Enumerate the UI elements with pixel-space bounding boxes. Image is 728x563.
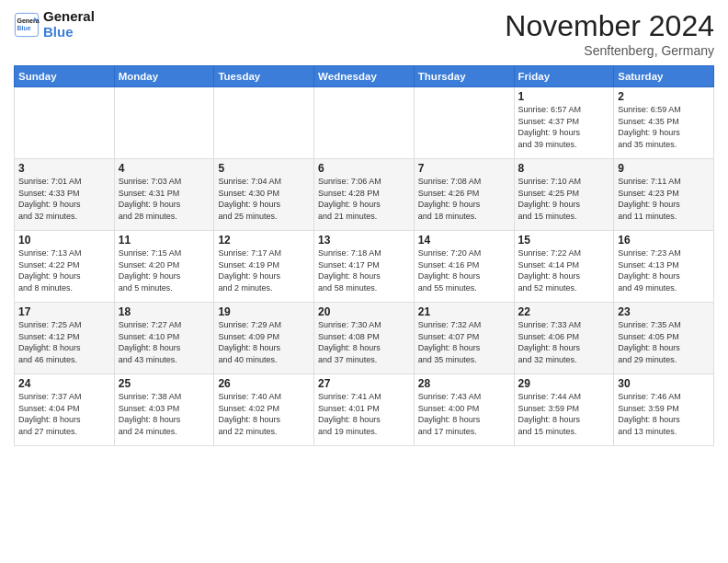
calendar-cell: 25Sunrise: 7:38 AM Sunset: 4:03 PM Dayli… — [114, 374, 214, 446]
day-info: Sunrise: 7:35 AM Sunset: 4:05 PM Dayligh… — [618, 319, 710, 365]
calendar-cell: 29Sunrise: 7:44 AM Sunset: 3:59 PM Dayli… — [514, 374, 614, 446]
calendar-cell: 30Sunrise: 7:46 AM Sunset: 3:59 PM Dayli… — [614, 374, 714, 446]
day-info: Sunrise: 7:13 AM Sunset: 4:22 PM Dayligh… — [18, 247, 110, 293]
calendar-cell: 18Sunrise: 7:27 AM Sunset: 4:10 PM Dayli… — [114, 303, 214, 374]
day-info: Sunrise: 7:15 AM Sunset: 4:20 PM Dayligh… — [119, 247, 210, 293]
day-number: 15 — [518, 234, 610, 247]
day-number: 5 — [218, 162, 310, 175]
day-info: Sunrise: 7:40 AM Sunset: 4:02 PM Dayligh… — [218, 391, 310, 437]
day-number: 21 — [418, 305, 510, 318]
day-info: Sunrise: 7:11 AM Sunset: 4:23 PM Dayligh… — [618, 176, 710, 222]
calendar-cell: 14Sunrise: 7:20 AM Sunset: 4:16 PM Dayli… — [414, 231, 514, 303]
day-number: 1 — [518, 90, 610, 103]
day-number: 17 — [18, 305, 110, 318]
calendar-week-row-3: 17Sunrise: 7:25 AM Sunset: 4:12 PM Dayli… — [15, 303, 714, 374]
day-number: 29 — [518, 377, 610, 390]
day-info: Sunrise: 7:32 AM Sunset: 4:07 PM Dayligh… — [418, 319, 510, 365]
col-sunday: Sunday — [15, 66, 115, 87]
col-monday: Monday — [114, 66, 214, 87]
day-info: Sunrise: 7:06 AM Sunset: 4:28 PM Dayligh… — [318, 176, 410, 222]
calendar-cell: 16Sunrise: 7:23 AM Sunset: 4:13 PM Dayli… — [614, 231, 714, 303]
day-number: 26 — [218, 377, 310, 390]
day-info: Sunrise: 6:57 AM Sunset: 4:37 PM Dayligh… — [518, 104, 610, 150]
logo-icon: General Blue — [14, 12, 40, 38]
day-number: 14 — [418, 234, 510, 247]
month-title: November 2024 — [505, 9, 714, 43]
day-info: Sunrise: 7:23 AM Sunset: 4:13 PM Dayligh… — [618, 247, 710, 293]
calendar-cell: 10Sunrise: 7:13 AM Sunset: 4:22 PM Dayli… — [15, 231, 115, 303]
calendar-cell: 22Sunrise: 7:33 AM Sunset: 4:06 PM Dayli… — [514, 303, 614, 374]
calendar-cell: 24Sunrise: 7:37 AM Sunset: 4:04 PM Dayli… — [15, 374, 115, 446]
calendar-cell: 9Sunrise: 7:11 AM Sunset: 4:23 PM Daylig… — [614, 159, 714, 231]
calendar-week-row-2: 10Sunrise: 7:13 AM Sunset: 4:22 PM Dayli… — [15, 231, 714, 303]
calendar-cell — [314, 87, 415, 159]
calendar-cell: 13Sunrise: 7:18 AM Sunset: 4:17 PM Dayli… — [314, 231, 415, 303]
day-info: Sunrise: 7:44 AM Sunset: 3:59 PM Dayligh… — [518, 391, 610, 437]
calendar-cell — [114, 87, 214, 159]
day-number: 24 — [18, 377, 110, 390]
day-info: Sunrise: 7:10 AM Sunset: 4:25 PM Dayligh… — [518, 176, 610, 222]
day-number: 28 — [418, 377, 510, 390]
calendar-cell: 27Sunrise: 7:41 AM Sunset: 4:01 PM Dayli… — [314, 374, 415, 446]
day-number: 2 — [618, 90, 710, 103]
day-info: Sunrise: 7:30 AM Sunset: 4:08 PM Dayligh… — [318, 319, 410, 365]
calendar-cell: 2Sunrise: 6:59 AM Sunset: 4:35 PM Daylig… — [614, 87, 714, 159]
day-number: 9 — [618, 162, 710, 175]
day-info: Sunrise: 7:25 AM Sunset: 4:12 PM Dayligh… — [18, 319, 110, 365]
day-info: Sunrise: 7:43 AM Sunset: 4:00 PM Dayligh… — [418, 391, 510, 437]
day-number: 8 — [518, 162, 610, 175]
day-info: Sunrise: 7:01 AM Sunset: 4:33 PM Dayligh… — [18, 176, 110, 222]
day-number: 20 — [318, 305, 410, 318]
page: General Blue General Blue November 2024 … — [0, 0, 728, 563]
calendar-cell: 1Sunrise: 6:57 AM Sunset: 4:37 PM Daylig… — [514, 87, 614, 159]
day-info: Sunrise: 7:18 AM Sunset: 4:17 PM Dayligh… — [318, 247, 410, 293]
calendar-cell: 26Sunrise: 7:40 AM Sunset: 4:02 PM Dayli… — [214, 374, 314, 446]
calendar-cell: 11Sunrise: 7:15 AM Sunset: 4:20 PM Dayli… — [114, 231, 214, 303]
day-number: 19 — [218, 305, 310, 318]
day-info: Sunrise: 7:38 AM Sunset: 4:03 PM Dayligh… — [119, 391, 210, 437]
calendar-cell: 21Sunrise: 7:32 AM Sunset: 4:07 PM Dayli… — [414, 303, 514, 374]
day-info: Sunrise: 7:33 AM Sunset: 4:06 PM Dayligh… — [518, 319, 610, 365]
calendar-week-row-0: 1Sunrise: 6:57 AM Sunset: 4:37 PM Daylig… — [15, 87, 714, 159]
day-info: Sunrise: 7:03 AM Sunset: 4:31 PM Dayligh… — [119, 176, 210, 222]
calendar-cell — [15, 87, 115, 159]
day-info: Sunrise: 7:46 AM Sunset: 3:59 PM Dayligh… — [618, 391, 710, 437]
logo: General Blue General Blue — [14, 9, 95, 40]
calendar-cell: 12Sunrise: 7:17 AM Sunset: 4:19 PM Dayli… — [214, 231, 314, 303]
col-tuesday: Tuesday — [214, 66, 314, 87]
col-friday: Friday — [514, 66, 614, 87]
col-thursday: Thursday — [414, 66, 514, 87]
day-number: 6 — [318, 162, 410, 175]
day-number: 7 — [418, 162, 510, 175]
calendar-cell: 3Sunrise: 7:01 AM Sunset: 4:33 PM Daylig… — [15, 159, 115, 231]
day-number: 12 — [218, 234, 310, 247]
day-number: 3 — [18, 162, 110, 175]
day-number: 11 — [119, 234, 210, 247]
day-info: Sunrise: 7:27 AM Sunset: 4:10 PM Dayligh… — [119, 319, 210, 365]
day-number: 30 — [618, 377, 710, 390]
calendar-cell: 15Sunrise: 7:22 AM Sunset: 4:14 PM Dayli… — [514, 231, 614, 303]
calendar-table: Sunday Monday Tuesday Wednesday Thursday… — [14, 65, 714, 446]
calendar-cell: 23Sunrise: 7:35 AM Sunset: 4:05 PM Dayli… — [614, 303, 714, 374]
calendar-week-row-1: 3Sunrise: 7:01 AM Sunset: 4:33 PM Daylig… — [15, 159, 714, 231]
title-block: November 2024 Senftenberg, Germany — [505, 9, 714, 58]
day-info: Sunrise: 7:08 AM Sunset: 4:26 PM Dayligh… — [418, 176, 510, 222]
calendar-cell: 19Sunrise: 7:29 AM Sunset: 4:09 PM Dayli… — [214, 303, 314, 374]
day-info: Sunrise: 7:20 AM Sunset: 4:16 PM Dayligh… — [418, 247, 510, 293]
col-saturday: Saturday — [614, 66, 714, 87]
day-number: 4 — [119, 162, 210, 175]
calendar-cell: 5Sunrise: 7:04 AM Sunset: 4:30 PM Daylig… — [214, 159, 314, 231]
col-wednesday: Wednesday — [314, 66, 415, 87]
calendar-week-row-4: 24Sunrise: 7:37 AM Sunset: 4:04 PM Dayli… — [15, 374, 714, 446]
calendar-cell — [414, 87, 514, 159]
calendar-cell: 28Sunrise: 7:43 AM Sunset: 4:00 PM Dayli… — [414, 374, 514, 446]
day-info: Sunrise: 7:37 AM Sunset: 4:04 PM Dayligh… — [18, 391, 110, 437]
svg-text:Blue: Blue — [17, 24, 31, 30]
calendar-cell — [214, 87, 314, 159]
day-number: 27 — [318, 377, 410, 390]
calendar-cell: 8Sunrise: 7:10 AM Sunset: 4:25 PM Daylig… — [514, 159, 614, 231]
day-info: Sunrise: 7:04 AM Sunset: 4:30 PM Dayligh… — [218, 176, 310, 222]
day-number: 16 — [618, 234, 710, 247]
day-info: Sunrise: 7:29 AM Sunset: 4:09 PM Dayligh… — [218, 319, 310, 365]
header: General Blue General Blue November 2024 … — [14, 9, 714, 58]
